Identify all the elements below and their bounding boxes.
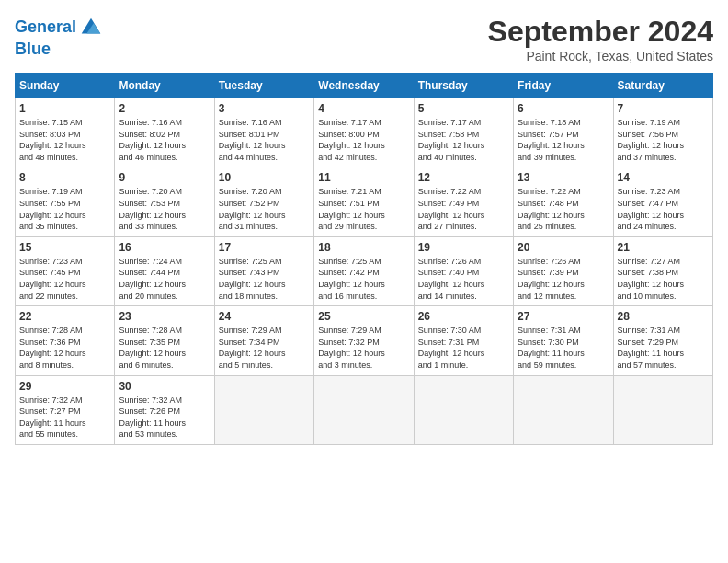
day-info: Sunrise: 7:22 AMSunset: 7:48 PMDaylight:… bbox=[518, 186, 609, 232]
calendar-body: 1Sunrise: 7:15 AMSunset: 8:03 PMDaylight… bbox=[16, 98, 713, 445]
table-row: 22Sunrise: 7:28 AMSunset: 7:36 PMDayligh… bbox=[16, 306, 713, 375]
table-cell bbox=[514, 375, 613, 444]
table-cell: 8Sunrise: 7:19 AMSunset: 7:55 PMDaylight… bbox=[16, 167, 115, 236]
calendar-table: Sunday Monday Tuesday Wednesday Thursday… bbox=[15, 73, 713, 445]
day-info: Sunrise: 7:20 AMSunset: 7:52 PMDaylight:… bbox=[219, 186, 310, 232]
day-number: 23 bbox=[119, 310, 210, 323]
table-cell: 25Sunrise: 7:29 AMSunset: 7:32 PMDayligh… bbox=[314, 306, 414, 375]
day-number: 1 bbox=[19, 102, 110, 115]
calendar-container: General Blue September 2024 Paint Rock, … bbox=[0, 0, 728, 453]
table-cell: 5Sunrise: 7:17 AMSunset: 7:58 PMDaylight… bbox=[414, 98, 513, 167]
table-cell: 29Sunrise: 7:32 AMSunset: 7:27 PMDayligh… bbox=[16, 375, 115, 444]
day-number: 4 bbox=[318, 102, 409, 115]
day-number: 20 bbox=[518, 241, 609, 254]
logo: General Blue bbox=[15, 15, 104, 59]
table-cell: 1Sunrise: 7:15 AMSunset: 8:03 PMDaylight… bbox=[16, 98, 115, 167]
day-info: Sunrise: 7:18 AMSunset: 7:57 PMDaylight:… bbox=[518, 117, 609, 163]
col-thursday: Thursday bbox=[414, 74, 513, 98]
location: Paint Rock, Texas, United States bbox=[488, 49, 713, 63]
day-number: 7 bbox=[618, 102, 709, 115]
table-cell: 6Sunrise: 7:18 AMSunset: 7:57 PMDaylight… bbox=[514, 98, 613, 167]
table-cell: 16Sunrise: 7:24 AMSunset: 7:44 PMDayligh… bbox=[115, 236, 214, 305]
table-cell: 22Sunrise: 7:28 AMSunset: 7:36 PMDayligh… bbox=[16, 306, 115, 375]
day-info: Sunrise: 7:22 AMSunset: 7:49 PMDaylight:… bbox=[418, 186, 509, 232]
col-wednesday: Wednesday bbox=[314, 74, 414, 98]
day-number: 19 bbox=[418, 241, 509, 254]
table-row: 8Sunrise: 7:19 AMSunset: 7:55 PMDaylight… bbox=[16, 167, 713, 236]
table-cell: 21Sunrise: 7:27 AMSunset: 7:38 PMDayligh… bbox=[613, 236, 712, 305]
table-cell: 17Sunrise: 7:25 AMSunset: 7:43 PMDayligh… bbox=[214, 236, 313, 305]
day-info: Sunrise: 7:31 AMSunset: 7:30 PMDaylight:… bbox=[518, 325, 609, 371]
col-saturday: Saturday bbox=[613, 74, 712, 98]
day-number: 12 bbox=[418, 171, 509, 184]
day-info: Sunrise: 7:26 AMSunset: 7:39 PMDaylight:… bbox=[518, 256, 609, 302]
table-cell: 23Sunrise: 7:28 AMSunset: 7:35 PMDayligh… bbox=[115, 306, 214, 375]
day-number: 2 bbox=[119, 102, 210, 115]
day-info: Sunrise: 7:23 AMSunset: 7:45 PMDaylight:… bbox=[19, 256, 110, 302]
table-cell: 18Sunrise: 7:25 AMSunset: 7:42 PMDayligh… bbox=[314, 236, 414, 305]
table-cell bbox=[314, 375, 414, 444]
day-info: Sunrise: 7:28 AMSunset: 7:36 PMDaylight:… bbox=[19, 325, 110, 371]
day-info: Sunrise: 7:28 AMSunset: 7:35 PMDaylight:… bbox=[119, 325, 210, 371]
day-number: 21 bbox=[618, 241, 709, 254]
day-number: 10 bbox=[219, 171, 310, 184]
day-number: 17 bbox=[219, 241, 310, 254]
day-number: 3 bbox=[219, 102, 310, 115]
table-cell: 12Sunrise: 7:22 AMSunset: 7:49 PMDayligh… bbox=[414, 167, 513, 236]
day-info: Sunrise: 7:25 AMSunset: 7:43 PMDaylight:… bbox=[219, 256, 310, 302]
table-cell: 24Sunrise: 7:29 AMSunset: 7:34 PMDayligh… bbox=[214, 306, 313, 375]
table-cell: 11Sunrise: 7:21 AMSunset: 7:51 PMDayligh… bbox=[314, 167, 414, 236]
table-cell bbox=[214, 375, 313, 444]
day-info: Sunrise: 7:21 AMSunset: 7:51 PMDaylight:… bbox=[318, 186, 409, 232]
day-info: Sunrise: 7:17 AMSunset: 8:00 PMDaylight:… bbox=[318, 117, 409, 163]
day-number: 27 bbox=[518, 310, 609, 323]
day-number: 22 bbox=[19, 310, 110, 323]
day-number: 29 bbox=[19, 380, 110, 393]
table-cell: 9Sunrise: 7:20 AMSunset: 7:53 PMDaylight… bbox=[115, 167, 214, 236]
day-info: Sunrise: 7:32 AMSunset: 7:26 PMDaylight:… bbox=[119, 395, 210, 441]
day-info: Sunrise: 7:25 AMSunset: 7:42 PMDaylight:… bbox=[318, 256, 409, 302]
day-number: 26 bbox=[418, 310, 509, 323]
table-cell: 7Sunrise: 7:19 AMSunset: 7:56 PMDaylight… bbox=[613, 98, 712, 167]
table-cell bbox=[414, 375, 513, 444]
day-info: Sunrise: 7:31 AMSunset: 7:29 PMDaylight:… bbox=[618, 325, 709, 371]
table-cell: 10Sunrise: 7:20 AMSunset: 7:52 PMDayligh… bbox=[214, 167, 313, 236]
day-info: Sunrise: 7:32 AMSunset: 7:27 PMDaylight:… bbox=[19, 395, 110, 441]
day-info: Sunrise: 7:29 AMSunset: 7:34 PMDaylight:… bbox=[219, 325, 310, 371]
table-cell: 20Sunrise: 7:26 AMSunset: 7:39 PMDayligh… bbox=[514, 236, 613, 305]
table-row: 29Sunrise: 7:32 AMSunset: 7:27 PMDayligh… bbox=[16, 375, 713, 444]
table-cell: 27Sunrise: 7:31 AMSunset: 7:30 PMDayligh… bbox=[514, 306, 613, 375]
table-cell: 15Sunrise: 7:23 AMSunset: 7:45 PMDayligh… bbox=[16, 236, 115, 305]
table-cell: 13Sunrise: 7:22 AMSunset: 7:48 PMDayligh… bbox=[514, 167, 613, 236]
logo-blue-text: Blue bbox=[15, 40, 104, 59]
month-title: September 2024 bbox=[488, 15, 713, 49]
day-info: Sunrise: 7:16 AMSunset: 8:01 PMDaylight:… bbox=[219, 117, 310, 163]
day-number: 8 bbox=[19, 171, 110, 184]
logo-icon bbox=[78, 15, 104, 40]
day-number: 11 bbox=[318, 171, 409, 184]
col-monday: Monday bbox=[115, 74, 214, 98]
day-number: 25 bbox=[318, 310, 409, 323]
day-number: 13 bbox=[518, 171, 609, 184]
day-number: 18 bbox=[318, 241, 409, 254]
day-number: 15 bbox=[19, 241, 110, 254]
table-cell: 4Sunrise: 7:17 AMSunset: 8:00 PMDaylight… bbox=[314, 98, 414, 167]
col-friday: Friday bbox=[514, 74, 613, 98]
table-row: 1Sunrise: 7:15 AMSunset: 8:03 PMDaylight… bbox=[16, 98, 713, 167]
day-info: Sunrise: 7:15 AMSunset: 8:03 PMDaylight:… bbox=[19, 117, 110, 163]
day-info: Sunrise: 7:19 AMSunset: 7:55 PMDaylight:… bbox=[19, 186, 110, 232]
table-cell: 19Sunrise: 7:26 AMSunset: 7:40 PMDayligh… bbox=[414, 236, 513, 305]
header-row: Sunday Monday Tuesday Wednesday Thursday… bbox=[16, 74, 713, 98]
day-info: Sunrise: 7:29 AMSunset: 7:32 PMDaylight:… bbox=[318, 325, 409, 371]
col-tuesday: Tuesday bbox=[214, 74, 313, 98]
table-cell: 14Sunrise: 7:23 AMSunset: 7:47 PMDayligh… bbox=[613, 167, 712, 236]
day-number: 28 bbox=[618, 310, 709, 323]
day-number: 5 bbox=[418, 102, 509, 115]
table-row: 15Sunrise: 7:23 AMSunset: 7:45 PMDayligh… bbox=[16, 236, 713, 305]
table-cell: 2Sunrise: 7:16 AMSunset: 8:02 PMDaylight… bbox=[115, 98, 214, 167]
table-cell: 30Sunrise: 7:32 AMSunset: 7:26 PMDayligh… bbox=[115, 375, 214, 444]
logo-text: General bbox=[15, 18, 76, 37]
day-info: Sunrise: 7:23 AMSunset: 7:47 PMDaylight:… bbox=[618, 186, 709, 232]
day-info: Sunrise: 7:16 AMSunset: 8:02 PMDaylight:… bbox=[119, 117, 210, 163]
header: General Blue September 2024 Paint Rock, … bbox=[15, 15, 713, 63]
